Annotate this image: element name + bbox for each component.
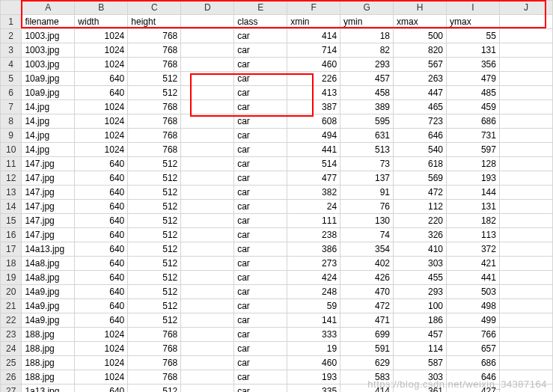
cell[interactable]: 512 bbox=[128, 385, 181, 393]
cell[interactable] bbox=[499, 171, 552, 186]
cell[interactable]: 14a8.jpg bbox=[22, 257, 75, 271]
cell[interactable]: 326 bbox=[394, 228, 447, 242]
cell[interactable]: 14a9.jpg bbox=[22, 285, 75, 299]
cell[interactable]: 410 bbox=[394, 242, 447, 257]
cell[interactable]: car bbox=[234, 143, 287, 157]
cell[interactable] bbox=[499, 86, 552, 100]
cell[interactable]: 1024 bbox=[75, 356, 128, 370]
cell[interactable] bbox=[499, 313, 552, 328]
col-header-B[interactable]: B bbox=[75, 1, 128, 15]
row-header[interactable]: 14 bbox=[1, 200, 22, 214]
col-header-G[interactable]: G bbox=[340, 1, 394, 15]
row-header[interactable]: 21 bbox=[1, 299, 22, 313]
cell[interactable]: 14a8.jpg bbox=[22, 271, 75, 285]
cell[interactable]: 768 bbox=[128, 29, 181, 43]
cell[interactable] bbox=[181, 43, 234, 58]
row-header[interactable]: 3 bbox=[1, 43, 22, 58]
cell[interactable]: 587 bbox=[394, 356, 447, 370]
cell[interactable]: 1024 bbox=[75, 342, 128, 356]
row-header[interactable]: 23 bbox=[1, 328, 22, 342]
cell[interactable]: 465 bbox=[394, 100, 447, 114]
cell[interactable] bbox=[181, 285, 234, 299]
cell[interactable]: 768 bbox=[128, 58, 181, 72]
col-header-D[interactable]: D bbox=[181, 1, 234, 15]
cell[interactable]: 472 bbox=[394, 186, 447, 200]
row-header[interactable]: 13 bbox=[1, 186, 22, 200]
row-header[interactable]: 18 bbox=[1, 257, 22, 271]
cell[interactable]: 597 bbox=[447, 143, 500, 157]
cell[interactable]: 147.jpg bbox=[22, 157, 75, 171]
row-header[interactable]: 17 bbox=[1, 242, 22, 257]
cell[interactable]: car bbox=[234, 100, 287, 114]
cell[interactable]: 273 bbox=[287, 257, 340, 271]
row-header[interactable]: 8 bbox=[1, 114, 22, 129]
cell[interactable]: 1024 bbox=[75, 58, 128, 72]
cell[interactable] bbox=[181, 271, 234, 285]
col-header-I[interactable]: I bbox=[447, 1, 500, 15]
cell[interactable]: 18 bbox=[340, 29, 394, 43]
cell[interactable]: 14.jpg bbox=[22, 143, 75, 157]
cell[interactable]: car bbox=[234, 328, 287, 342]
cell[interactable]: 503 bbox=[447, 285, 500, 299]
cell[interactable]: 73 bbox=[340, 157, 394, 171]
corner-cell[interactable] bbox=[1, 1, 22, 15]
cell[interactable]: car bbox=[234, 129, 287, 143]
cell[interactable] bbox=[181, 157, 234, 171]
row-header[interactable]: 27 bbox=[1, 385, 22, 393]
row-header[interactable]: 19 bbox=[1, 271, 22, 285]
cell[interactable]: class bbox=[234, 15, 287, 29]
cell[interactable]: 494 bbox=[287, 129, 340, 143]
cell[interactable]: 248 bbox=[287, 285, 340, 299]
cell[interactable] bbox=[499, 342, 552, 356]
cell[interactable]: 111 bbox=[287, 214, 340, 228]
cell[interactable] bbox=[499, 370, 552, 385]
cell[interactable]: car bbox=[234, 242, 287, 257]
cell[interactable]: 460 bbox=[287, 356, 340, 370]
cell[interactable] bbox=[181, 15, 234, 29]
cell[interactable]: 293 bbox=[394, 285, 447, 299]
cell[interactable]: 540 bbox=[394, 143, 447, 157]
cell[interactable]: 100 bbox=[394, 299, 447, 313]
cell[interactable]: 147.jpg bbox=[22, 214, 75, 228]
cell[interactable]: 640 bbox=[75, 157, 128, 171]
cell[interactable]: 512 bbox=[128, 186, 181, 200]
cell[interactable]: 640 bbox=[75, 299, 128, 313]
cell[interactable]: 1024 bbox=[75, 29, 128, 43]
cell[interactable] bbox=[499, 114, 552, 129]
cell[interactable]: 567 bbox=[394, 58, 447, 72]
cell[interactable]: 354 bbox=[340, 242, 394, 257]
cell[interactable]: width bbox=[75, 15, 128, 29]
cell[interactable]: 513 bbox=[340, 143, 394, 157]
cell[interactable] bbox=[181, 186, 234, 200]
cell[interactable] bbox=[181, 29, 234, 43]
cell[interactable]: 640 bbox=[75, 385, 128, 393]
cell[interactable]: 640 bbox=[75, 86, 128, 100]
cell[interactable]: 512 bbox=[128, 299, 181, 313]
cell[interactable] bbox=[499, 214, 552, 228]
cell[interactable] bbox=[181, 86, 234, 100]
cell[interactable]: 1a13.jpg bbox=[22, 385, 75, 393]
cell[interactable]: 485 bbox=[447, 86, 500, 100]
cell[interactable] bbox=[181, 370, 234, 385]
cell[interactable]: 389 bbox=[340, 100, 394, 114]
cell[interactable]: 640 bbox=[75, 242, 128, 257]
cell[interactable]: ymax bbox=[447, 15, 500, 29]
cell[interactable]: 82 bbox=[340, 43, 394, 58]
cell[interactable]: 512 bbox=[128, 86, 181, 100]
cell[interactable]: 499 bbox=[447, 313, 500, 328]
cell[interactable]: 768 bbox=[128, 129, 181, 143]
cell[interactable]: 147.jpg bbox=[22, 200, 75, 214]
cell[interactable]: 421 bbox=[447, 257, 500, 271]
cell[interactable]: 361 bbox=[394, 385, 447, 393]
cell[interactable]: car bbox=[234, 43, 287, 58]
cell[interactable]: 629 bbox=[340, 356, 394, 370]
cell[interactable]: 14.jpg bbox=[22, 100, 75, 114]
cell[interactable]: 512 bbox=[128, 214, 181, 228]
cell[interactable]: 512 bbox=[128, 313, 181, 328]
cell[interactable]: xmax bbox=[394, 15, 447, 29]
cell[interactable]: 470 bbox=[340, 285, 394, 299]
cell[interactable] bbox=[181, 129, 234, 143]
cell[interactable]: car bbox=[234, 271, 287, 285]
cell[interactable]: 618 bbox=[394, 157, 447, 171]
cell[interactable]: 583 bbox=[340, 370, 394, 385]
